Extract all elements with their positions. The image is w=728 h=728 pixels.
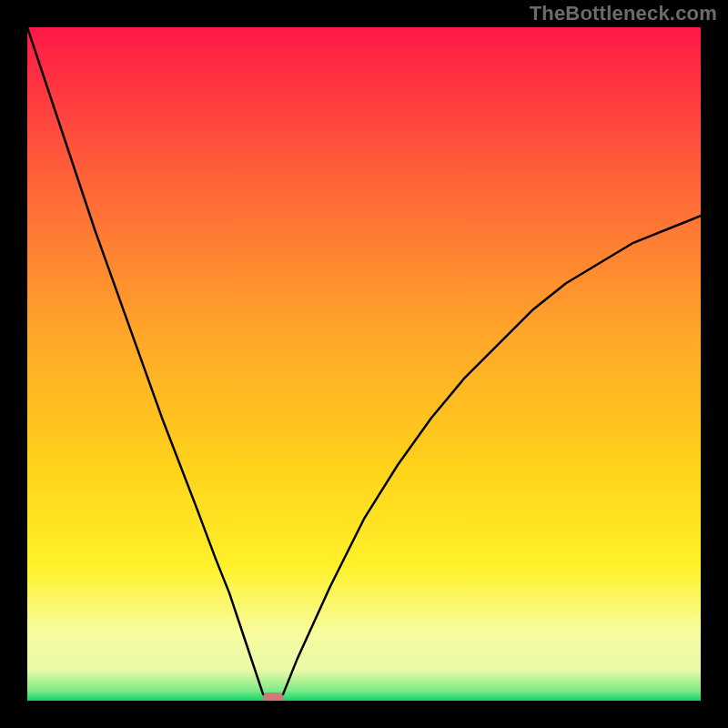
chart-frame: TheBottleneck.com [0, 0, 728, 728]
plot-area [27, 27, 701, 701]
minimum-marker [263, 693, 283, 701]
attribution-label: TheBottleneck.com [530, 2, 717, 25]
chart-svg [27, 27, 701, 701]
gradient-background [27, 27, 701, 701]
